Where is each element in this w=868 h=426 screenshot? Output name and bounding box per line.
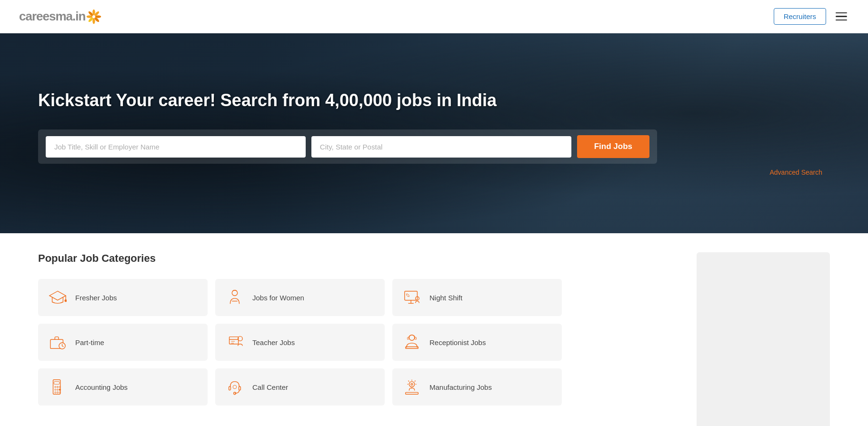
teacher-icon	[225, 332, 245, 352]
category-label-callcenter: Call Center	[252, 383, 288, 391]
main-content: Popular Job Categories Fresher Jobs	[0, 233, 868, 426]
logo[interactable]: careesma.in	[19, 8, 102, 25]
svg-point-35	[55, 389, 56, 390]
headset-icon	[225, 377, 245, 397]
category-label-night: Night Shift	[429, 294, 462, 302]
header-actions: Recruiters	[774, 8, 849, 25]
category-label-fresher: Fresher Jobs	[75, 294, 117, 302]
category-card-receptionist[interactable]: Receptionist Jobs	[392, 324, 562, 361]
svg-line-51	[415, 381, 416, 382]
find-jobs-button[interactable]: Find Jobs	[577, 135, 649, 158]
category-card-accounting[interactable]: Accounting Jobs	[38, 368, 208, 406]
svg-rect-53	[406, 392, 419, 394]
menu-bar-2	[836, 16, 847, 17]
category-label-parttime: Part-time	[75, 338, 104, 347]
job-search-input[interactable]	[46, 136, 306, 158]
category-label-teacher: Teacher Jobs	[252, 338, 295, 347]
svg-line-50	[408, 381, 409, 382]
category-card-night[interactable]: Night Shift	[392, 279, 562, 316]
categories-title: Popular Job Categories	[38, 252, 678, 265]
logo-text: careesma.in	[19, 9, 85, 24]
categories-section: Popular Job Categories Fresher Jobs	[38, 252, 678, 426]
category-label-accounting: Accounting Jobs	[75, 383, 128, 391]
location-search-input[interactable]	[311, 136, 571, 158]
recruiters-button[interactable]: Recruiters	[774, 8, 826, 25]
svg-point-39	[57, 392, 59, 393]
svg-point-44	[233, 385, 237, 389]
category-label-women: Jobs for Women	[252, 294, 304, 302]
advanced-search-link[interactable]: Advanced Search	[769, 168, 822, 176]
svg-rect-42	[239, 386, 241, 390]
svg-point-10	[65, 300, 67, 302]
search-bar: Find Jobs	[38, 129, 657, 164]
woman-icon	[225, 287, 245, 307]
svg-point-52	[411, 383, 413, 385]
category-card-parttime[interactable]: Part-time	[38, 324, 208, 361]
category-card-fresher[interactable]: Fresher Jobs	[38, 279, 208, 316]
calculator-icon	[48, 377, 68, 397]
svg-point-38	[55, 392, 56, 393]
category-label-manufacturing: Manufacturing Jobs	[429, 383, 492, 391]
svg-point-40	[59, 392, 60, 393]
svg-point-33	[57, 386, 59, 388]
hero-section: Kickstart Your career! Search from 4,00,…	[0, 33, 868, 233]
category-label-receptionist: Receptionist Jobs	[429, 338, 486, 347]
advanced-search-area: Advanced Search	[0, 168, 868, 176]
menu-button[interactable]	[834, 10, 849, 23]
hero-title: Kickstart Your career! Search from 4,00,…	[38, 90, 830, 110]
svg-point-37	[59, 389, 60, 390]
briefcase-clock-icon	[48, 332, 68, 352]
receptionist-icon	[402, 332, 422, 352]
category-card-teacher[interactable]: Teacher Jobs	[215, 324, 385, 361]
svg-point-32	[55, 386, 56, 388]
logo-icon	[85, 8, 102, 25]
svg-rect-41	[229, 386, 231, 390]
sidebar	[697, 252, 830, 426]
svg-rect-31	[54, 382, 59, 385]
category-card-women[interactable]: Jobs for Women	[215, 279, 385, 316]
svg-rect-29	[415, 337, 417, 340]
svg-point-45	[409, 382, 414, 387]
category-card-manufacturing[interactable]: Manufacturing Jobs	[392, 368, 562, 406]
svg-point-36	[57, 389, 59, 390]
svg-rect-27	[406, 347, 419, 349]
category-card-callcenter[interactable]: Call Center	[215, 368, 385, 406]
categories-grid: Fresher Jobs Jobs for Women	[38, 279, 562, 406]
svg-rect-28	[408, 337, 409, 340]
menu-bar-3	[836, 20, 847, 21]
graduation-icon	[48, 287, 68, 307]
hero-content: Kickstart Your career! Search from 4,00,…	[0, 90, 868, 164]
svg-point-34	[59, 386, 60, 388]
svg-point-26	[409, 335, 414, 340]
factory-icon	[402, 377, 422, 397]
menu-bar-1	[836, 12, 847, 14]
header: careesma.in Recruiters	[0, 0, 868, 33]
monitor-night-icon	[402, 287, 422, 307]
svg-rect-21	[229, 337, 239, 344]
